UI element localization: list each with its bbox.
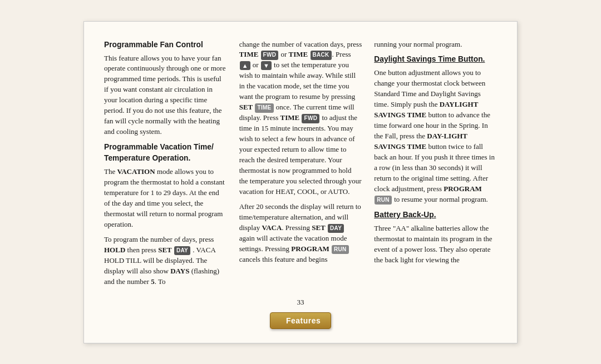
run-badge-col3: RUN (375, 196, 392, 205)
column-1: Programmable Fan Control This feature al… (104, 39, 227, 292)
bottom-area: 33 Features (104, 297, 497, 329)
col3-running: running your normal program. (374, 39, 497, 50)
page: Programmable Fan Control This feature al… (83, 21, 518, 343)
fwd-badge-2: FWD (302, 114, 319, 123)
time-badge: TIME (255, 103, 273, 113)
fwd-badge-1: FWD (261, 51, 279, 60)
section3-para1: One button adjustment allows you to chan… (374, 68, 497, 205)
content-columns: Programmable Fan Control This feature al… (104, 39, 497, 292)
section2-para2: To program the number of days, press HOL… (104, 235, 227, 287)
up-arrow-badge: ▲ (240, 61, 250, 70)
column-2: change the number of vacation days, pres… (239, 39, 362, 292)
run-badge-col2: RUN (332, 245, 349, 255)
day-badge-col1: DAY (174, 246, 190, 256)
section2-title: Programmable Vacation Time/ Temperature … (104, 142, 227, 164)
dn-arrow-badge: ▼ (261, 61, 272, 70)
section3-title: Daylight Savings Time Button. (374, 54, 497, 65)
day-badge-col2: DAY (328, 224, 344, 233)
col2-para2: After 20 seconds the display will return… (239, 202, 362, 265)
section4-title: Battery Back-Up. (374, 210, 497, 221)
section4-body: Three "AA" alkaline batteries allow the … (374, 223, 497, 266)
back-badge-1: BACK (311, 51, 332, 60)
section2-para1: The VACATION mode allows you to program … (104, 167, 227, 230)
section1-title: Programmable Fan Control (104, 39, 227, 51)
section1-body: This feature allows you to have your fan… (104, 53, 227, 138)
col2-para1: change the number of vacation days, pres… (239, 39, 362, 198)
features-button[interactable]: Features (270, 312, 331, 329)
column-3: running your normal program. Daylight Sa… (374, 39, 497, 292)
page-number: 33 (104, 297, 497, 308)
